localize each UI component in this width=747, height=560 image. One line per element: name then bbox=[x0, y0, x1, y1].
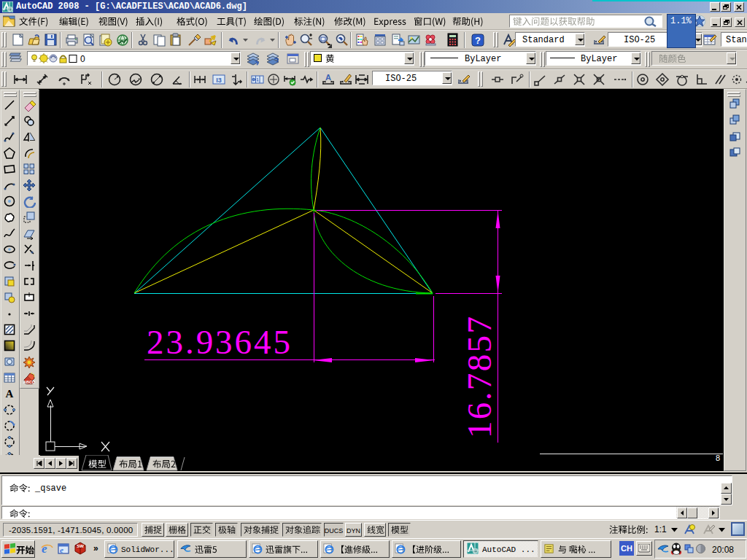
svg-text:ABCD: ABCD bbox=[23, 380, 35, 384]
svg-text:SW: SW bbox=[77, 544, 84, 548]
svg-text:23.93645: 23.93645 bbox=[147, 323, 290, 361]
svg-text:e: e bbox=[42, 542, 47, 555]
svg-text:0: 0 bbox=[80, 54, 85, 64]
svg-text:8: 8 bbox=[716, 454, 720, 462]
svg-text:e: e bbox=[60, 545, 63, 554]
svg-text:A: A bbox=[325, 73, 331, 82]
svg-text:?: ? bbox=[475, 35, 481, 46]
svg-text:A: A bbox=[6, 388, 14, 400]
svg-text:16.7857: 16.7857 bbox=[460, 316, 498, 438]
svg-text:I3: I3 bbox=[216, 77, 222, 84]
